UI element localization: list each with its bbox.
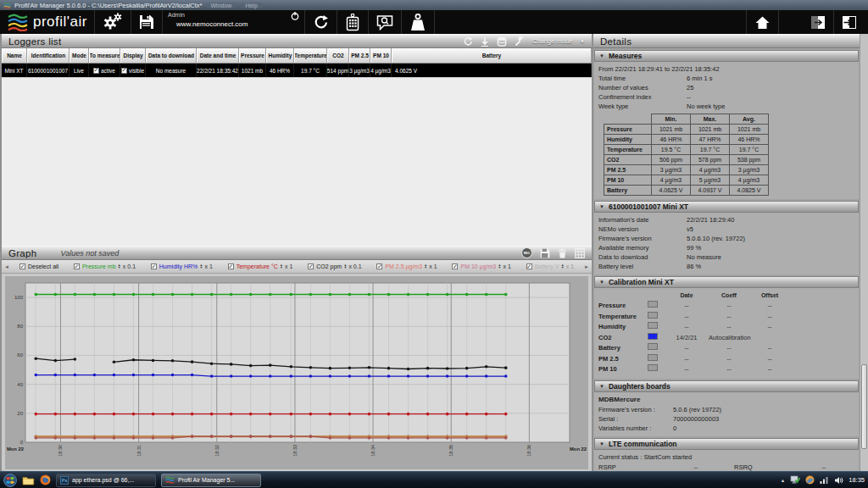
cal-swatch-cell: [648, 301, 665, 312]
multiplier-stepper-pm-10-g-m3[interactable]: ▴▾: [498, 264, 500, 268]
device-keypad-button[interactable]: [337, 10, 369, 34]
loggers-configure-button[interactable]: [515, 36, 525, 47]
explorer-button[interactable]: [22, 475, 35, 485]
calibration-color-swatch[interactable]: [648, 301, 658, 308]
calibration-color-swatch[interactable]: [648, 354, 658, 361]
column-header-co2[interactable]: CO2: [327, 48, 349, 63]
graph-delete-button[interactable]: [558, 248, 567, 258]
column-header-pressure[interactable]: Pressure: [239, 48, 266, 63]
toggle-pm-10-g-m3[interactable]: ✓PM 10 µg/m3▴▾x 1: [452, 263, 510, 269]
toggle-pressure-mb[interactable]: ✓Pressure mb▴▾x 0.1: [74, 263, 136, 269]
scrollbar-thumb[interactable]: [861, 364, 867, 449]
network-status-icon[interactable]: [790, 475, 800, 485]
checkbox-visible[interactable]: ✓: [121, 68, 127, 74]
home-button[interactable]: [746, 10, 779, 34]
multiplier-stepper-pressure-mb[interactable]: ▴▾: [119, 264, 120, 268]
change-mode-dropdown[interactable]: Change mode: [532, 37, 572, 45]
loggers-download-button[interactable]: [481, 36, 489, 47]
graph-save-button[interactable]: [540, 248, 550, 258]
checkbox-humidity-hr[interactable]: ✓: [151, 263, 157, 269]
checkbox-co2-ppm[interactable]: ✓: [308, 263, 314, 269]
checkbox-pm-10-g-m3[interactable]: ✓: [452, 263, 458, 269]
tray-clock[interactable]: 18:35: [849, 476, 865, 484]
column-header-display[interactable]: Display: [120, 48, 146, 63]
logout-session-button[interactable]: [803, 10, 834, 34]
section-calibration-header[interactable]: ▼ Calibration Mini XT: [594, 276, 859, 288]
checkbox-deselect-all[interactable]: ✓: [19, 263, 25, 269]
toggle-pm-2-5-g-m3[interactable]: ✓PM 2.5 µg/m3▴▾x 1: [376, 263, 437, 269]
toggles-scroll-left-button[interactable]: ◄: [4, 264, 9, 269]
chart-canvas[interactable]: 02040608010018:3018:3118:3218:3318:3418:…: [5, 276, 588, 469]
site-link[interactable]: www.nemoconnect.com: [176, 20, 299, 28]
stepper-down-icon[interactable]: ▾: [498, 267, 500, 269]
multiplier-stepper-humidity-hr[interactable]: ▴▾: [200, 264, 202, 268]
settings-button[interactable]: [95, 10, 131, 34]
stepper-down-icon[interactable]: ▾: [119, 267, 120, 269]
stepper-down-icon[interactable]: ▾: [200, 267, 202, 269]
menu-window[interactable]: Window: [206, 3, 237, 8]
refresh-button[interactable]: [305, 10, 337, 34]
volume-icon[interactable]: [834, 476, 843, 485]
section-measures-header[interactable]: ▼ Measures: [594, 50, 859, 62]
firefox-button[interactable]: [40, 474, 51, 485]
multiplier-stepper-co2-ppm[interactable]: ▴▾: [344, 264, 346, 268]
search-dialog-button[interactable]: [369, 10, 402, 34]
toggle-humidity-hr[interactable]: ✓Humidity HR%▴▾x 1: [151, 263, 213, 269]
toggle-battery-v[interactable]: ✓Battery V▴▾x 1: [526, 263, 574, 269]
column-header-pm-2-5[interactable]: PM 2.5: [349, 48, 370, 63]
column-header-date-and-time[interactable]: Date and time: [197, 48, 239, 63]
toggles-scroll-right-button[interactable]: ►: [584, 264, 589, 269]
section-device-header[interactable]: ▼ 6100001001007 Mini XT: [594, 201, 859, 213]
multiplier-stepper-temperature-c[interactable]: ▴▾: [281, 264, 282, 268]
stepper-down-icon[interactable]: ▾: [281, 267, 282, 269]
graph-table-view-button[interactable]: [575, 248, 585, 258]
task-profilair[interactable]: Profil Air Manager 5...: [161, 474, 261, 487]
logout-button[interactable]: [291, 12, 299, 20]
column-header-humidity[interactable]: Humidity: [266, 48, 294, 63]
start-button[interactable]: [3, 474, 17, 487]
section-daughters-header[interactable]: ▼ Daughters boards: [594, 380, 859, 392]
column-header-data-to-download[interactable]: Data to download: [146, 48, 197, 63]
toggle-temperature-c[interactable]: ✓Temperature °C▴▾x 1: [228, 263, 293, 269]
stepper-down-icon[interactable]: ▾: [344, 267, 346, 269]
menu-help[interactable]: Help: [240, 3, 262, 8]
calibration-color-swatch[interactable]: [648, 364, 658, 371]
calibration-color-swatch[interactable]: [648, 312, 658, 319]
column-header-temperature[interactable]: Temperature: [294, 48, 327, 63]
multiplier-stepper-battery-v[interactable]: ▴▾: [561, 264, 563, 268]
checkbox-temperature-c[interactable]: ✓: [228, 263, 234, 269]
column-header-mode[interactable]: Mode: [70, 48, 89, 63]
record-button[interactable]: REC: [521, 247, 532, 258]
logger-row[interactable]: Mini XT6100001001007Live✓active✓visibleN…: [2, 64, 592, 77]
column-header-battery[interactable]: Battery: [392, 48, 592, 63]
stepper-down-icon[interactable]: ▾: [425, 267, 426, 269]
checkbox-pm-2-5-g-m3[interactable]: ✓: [376, 263, 382, 269]
loggers-database-button[interactable]: [497, 36, 507, 47]
weight-calibration-button[interactable]: [402, 10, 435, 34]
toggle-deselect-all[interactable]: ✓Deselect all: [19, 263, 58, 269]
stepper-down-icon[interactable]: ▾: [561, 267, 563, 269]
calibration-color-swatch[interactable]: [648, 333, 658, 340]
column-header-name[interactable]: Name: [2, 48, 27, 63]
tray-app-icon[interactable]: [805, 475, 815, 485]
multiplier-stepper-pm-2-5-g-m3[interactable]: ▴▾: [425, 264, 426, 268]
exit-app-button[interactable]: [834, 10, 865, 34]
column-header-pm-10[interactable]: PM 10: [370, 48, 392, 63]
checkbox-active[interactable]: ✓: [93, 68, 99, 74]
calibration-color-swatch[interactable]: [648, 343, 658, 350]
signal-strength-icon[interactable]: [820, 476, 829, 484]
column-header-to-measure[interactable]: To measure: [89, 48, 120, 63]
tray-expand-icon[interactable]: ▲: [781, 478, 785, 483]
section-lte-header[interactable]: ▼ LTE communication: [594, 438, 859, 450]
calibration-color-swatch[interactable]: [648, 322, 658, 329]
checkbox-pressure-mb[interactable]: ✓: [74, 263, 80, 269]
change-mode-caret-icon[interactable]: ▼: [580, 39, 585, 44]
task-photoshop[interactable]: Ps app ethera.psd @ 66,...: [56, 474, 156, 487]
toggle-co2-ppm[interactable]: ✓CO2 ppm▴▾x 0.1: [308, 263, 361, 269]
checkbox-battery-v[interactable]: ✓: [526, 263, 532, 269]
column-header-identification[interactable]: Identification: [27, 48, 70, 63]
save-button[interactable]: [131, 10, 163, 34]
loggers-refresh-button[interactable]: [463, 36, 473, 47]
window-titlebar[interactable]: Profil'Air Manager 5.0.6.0 - C:\Users\Pe…: [0, 0, 868, 10]
details-scrollbar[interactable]: [860, 34, 868, 471]
